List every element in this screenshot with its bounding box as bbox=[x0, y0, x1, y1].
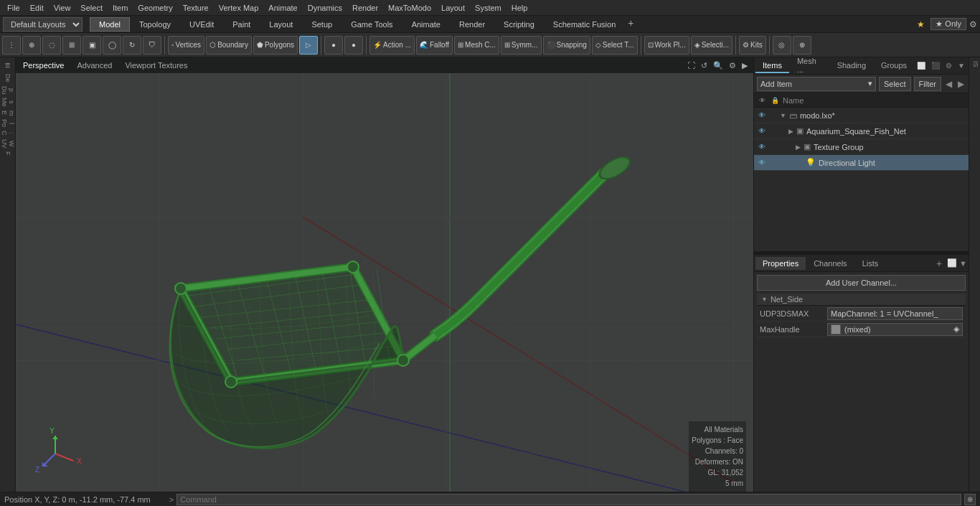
tool-circle[interactable]: ◯ bbox=[103, 36, 121, 55]
menu-vertexmap[interactable]: Vertex Map bbox=[215, 2, 263, 14]
vertices-button[interactable]: ◦Vertices bbox=[168, 36, 204, 55]
item-row-fishnet[interactable]: 👁 ▶ ▣ Aquarium_Square_Fish_Net bbox=[754, 123, 969, 139]
tab-shading[interactable]: Shading bbox=[830, 59, 873, 73]
item-row-texgrp[interactable]: 👁 ▶ ▣ Texture Group bbox=[754, 139, 969, 155]
props-tab-channels[interactable]: Channels bbox=[806, 257, 854, 270]
select-button[interactable]: Select bbox=[879, 77, 911, 91]
star-button[interactable]: ★ bbox=[914, 19, 928, 29]
tool-transform[interactable]: ⊞ bbox=[62, 36, 81, 55]
vp-reset-button[interactable]: ↺ bbox=[699, 60, 709, 72]
kits-button[interactable]: ⚙ Kits bbox=[739, 36, 766, 55]
symmetry-button[interactable]: ⊞ Symm... bbox=[501, 36, 542, 55]
props-value-maxhandle[interactable]: (mixed) ◈ bbox=[827, 323, 963, 336]
left-tool-c[interactable]: C: bbox=[0, 129, 16, 137]
vp-tab-textures[interactable]: Viewport Textures bbox=[122, 60, 190, 71]
visibility-toggle-root[interactable]: 👁 bbox=[757, 111, 767, 119]
menu-animate[interactable]: Animate bbox=[264, 2, 301, 14]
tool-dots[interactable]: ⋮ bbox=[2, 36, 21, 55]
item-name-root[interactable]: modo.lxo* bbox=[800, 111, 966, 120]
expand-arrow-texgrp[interactable]: ▶ bbox=[796, 144, 801, 151]
props-value-udp[interactable]: MapChannel: 1 = UVChannel_ bbox=[827, 307, 963, 320]
boundary-button[interactable]: ⬡Boundary bbox=[206, 36, 252, 55]
vp-maximize-button[interactable]: ⛶ bbox=[686, 60, 697, 72]
expand-arrow-root[interactable]: ▼ bbox=[780, 112, 786, 119]
menu-file[interactable]: File bbox=[3, 2, 24, 14]
menu-geometry[interactable]: Geometry bbox=[133, 2, 176, 14]
layout-tab-setup[interactable]: Setup bbox=[302, 17, 341, 32]
item-name-fishnet[interactable]: Aquarium_Square_Fish_Net bbox=[806, 127, 966, 136]
command-submit-button[interactable]: ⊕ bbox=[964, 494, 976, 505]
layout-tab-render[interactable]: Render bbox=[450, 17, 494, 32]
select-through-button[interactable]: ◇ Select T... bbox=[592, 36, 638, 55]
layout-tab-animate[interactable]: Animate bbox=[402, 17, 450, 32]
left-tool-de[interactable]: De bbox=[4, 72, 12, 84]
visibility-toggle-texgrp[interactable]: 👁 bbox=[757, 143, 767, 151]
left-tool-me[interactable]: Mes bbox=[0, 96, 16, 108]
layout-tab-schematic[interactable]: Schematic Fusion bbox=[544, 17, 625, 32]
menu-layout[interactable]: Layout bbox=[437, 2, 469, 14]
menu-help[interactable]: Help bbox=[507, 2, 532, 14]
props-section-header-netside[interactable]: ▼ Net_Side bbox=[757, 294, 966, 306]
left-tool-em[interactable]: Em bbox=[0, 109, 16, 118]
item-tab-expand-button[interactable]: ⬜ bbox=[915, 60, 928, 71]
expand-arrow-fishnet[interactable]: ▶ bbox=[788, 128, 793, 135]
filter-button[interactable]: Filter bbox=[914, 77, 941, 91]
item-tab-settings-button[interactable]: ⚙ bbox=[943, 60, 954, 71]
vp-expand-button[interactable]: ▶ bbox=[740, 60, 749, 72]
tool-shield[interactable]: ⛉ bbox=[143, 36, 161, 55]
vp-settings-button[interactable]: ⚙ bbox=[727, 60, 738, 72]
item-name-dirlight[interactable]: Directional Light bbox=[819, 159, 966, 167]
left-tool-pol[interactable]: Pol bbox=[0, 118, 16, 128]
workplane-button[interactable]: ⊡ Work Pl... bbox=[644, 36, 689, 55]
add-layout-button[interactable]: + bbox=[625, 17, 636, 32]
menu-texture[interactable]: Texture bbox=[179, 2, 213, 14]
polygons-button[interactable]: ⬟Polygons bbox=[253, 36, 298, 55]
tab-groups[interactable]: Groups bbox=[874, 59, 914, 73]
menu-dynamics[interactable]: Dynamics bbox=[303, 2, 347, 14]
action-button[interactable]: ⚡ Action ... bbox=[369, 36, 415, 55]
props-tab-lists[interactable]: Lists bbox=[855, 257, 886, 270]
layout-tab-gametools[interactable]: Game Tools bbox=[341, 17, 402, 32]
menu-item[interactable]: Item bbox=[108, 2, 132, 14]
menu-select[interactable]: Select bbox=[76, 2, 107, 14]
vr2-button[interactable]: ⊕ bbox=[793, 36, 811, 55]
tool-globe[interactable]: ⊕ bbox=[22, 36, 41, 55]
left-tool-dup[interactable]: Dup bbox=[0, 85, 16, 96]
layout-tab-model[interactable]: Model bbox=[90, 17, 130, 32]
item-tab-menu-button[interactable]: ▼ bbox=[956, 60, 967, 71]
left-tool-f[interactable]: F bbox=[4, 150, 12, 157]
props-expand-button[interactable]: ⬜ bbox=[947, 258, 957, 268]
color-swatch-maxhandle[interactable] bbox=[831, 324, 841, 334]
edge-btn-1[interactable]: IS bbox=[969, 59, 980, 70]
left-tool-toggle[interactable]: ☰ bbox=[1, 59, 14, 72]
menu-maxtomodo[interactable]: MaxToModo bbox=[384, 2, 435, 14]
menu-view[interactable]: View bbox=[50, 2, 75, 14]
tab-mesh[interactable]: Mesh ... bbox=[790, 55, 829, 78]
props-tab-properties[interactable]: Properties bbox=[755, 257, 806, 270]
snapping-button[interactable]: ⚫ Snapping bbox=[543, 36, 590, 55]
vp-tab-advanced[interactable]: Advanced bbox=[74, 60, 115, 71]
add-item-dropdown[interactable]: Add Item ▾ bbox=[757, 77, 876, 91]
command-input[interactable] bbox=[176, 494, 961, 505]
item-row-root[interactable]: 👁 ▼ 🗃 modo.lxo* bbox=[754, 108, 969, 123]
menu-render[interactable]: Render bbox=[348, 2, 382, 14]
layout-tab-topology[interactable]: Topology bbox=[130, 17, 180, 32]
props-add-button[interactable]: + bbox=[933, 258, 945, 269]
layout-tab-layout[interactable]: Layout bbox=[260, 17, 302, 32]
layout-tab-uvedit[interactable]: UVEdit bbox=[180, 17, 223, 32]
eye1-button[interactable]: ● bbox=[324, 36, 343, 55]
menu-edit[interactable]: Edit bbox=[26, 2, 48, 14]
menu-system[interactable]: System bbox=[471, 2, 506, 14]
falloff-button[interactable]: 🌊 Falloff bbox=[416, 36, 453, 55]
tab-items[interactable]: Items bbox=[755, 59, 789, 73]
mesh-button[interactable]: ⊞ Mesh C... bbox=[454, 36, 499, 55]
layout-settings-button[interactable]: ⚙ bbox=[969, 19, 977, 29]
ngon-button[interactable]: ▷ bbox=[299, 36, 318, 55]
tool-rotate[interactable]: ↻ bbox=[123, 36, 141, 55]
only-button[interactable]: ★ Only bbox=[930, 18, 966, 30]
layout-tab-paint[interactable]: Paint bbox=[223, 17, 260, 32]
left-tool-uv[interactable]: UVW bbox=[0, 138, 16, 150]
layout-tab-scripting[interactable]: Scripting bbox=[494, 17, 544, 32]
add-user-channel-button[interactable]: Add User Channel... bbox=[757, 275, 966, 291]
panel-left-arrow-button[interactable]: ◀ bbox=[944, 79, 953, 89]
